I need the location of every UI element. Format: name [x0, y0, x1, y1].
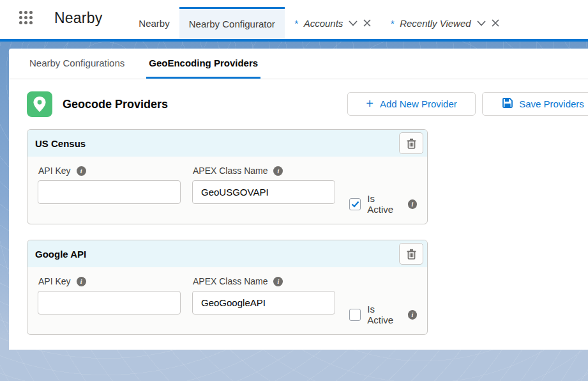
is-active-label: Is Active [367, 304, 401, 325]
api-key-label: API Key [38, 166, 71, 176]
subtab-nearby-configurations[interactable]: Nearby Configurations [27, 49, 127, 79]
provider-card-us-census: US Census API Key i [27, 129, 428, 224]
is-active-group: Is Active i [349, 304, 417, 325]
info-icon[interactable]: i [408, 199, 417, 209]
configurator-subtabs: Nearby Configurations GeoEncoding Provid… [9, 49, 588, 79]
app-title: Nearby [54, 10, 102, 39]
subtab-geoencoding-providers[interactable]: GeoEncoding Providers [146, 49, 260, 79]
close-icon[interactable] [363, 19, 371, 27]
tab-nearby-configurator[interactable]: Nearby Configurator [179, 7, 285, 39]
provider-header: Google API [27, 240, 427, 267]
chevron-down-icon[interactable] [349, 20, 358, 26]
header-buttons: + Add New Provider Save Providers [347, 92, 588, 116]
button-label: Add New Provider [380, 98, 457, 109]
app-launcher-icon[interactable] [19, 11, 37, 28]
info-icon[interactable]: i [408, 310, 417, 320]
is-active-group: Is Active i [349, 193, 417, 215]
section-title-wrap: Geocode Providers [27, 91, 168, 117]
unsaved-indicator: * [294, 18, 298, 29]
close-icon[interactable] [492, 19, 499, 27]
global-header: Nearby Nearby Nearby Configurator * Acco… [0, 0, 588, 39]
apex-class-label: APEX Class Name [193, 276, 268, 286]
section-title: Geocode Providers [63, 98, 168, 111]
tab-recently-viewed[interactable]: * Recently Viewed [381, 7, 508, 39]
page-background: Nearby Configurations GeoEncoding Provid… [0, 42, 588, 381]
tab-accounts[interactable]: * Accounts [285, 7, 381, 39]
trash-icon [407, 138, 416, 149]
provider-body: API Key i APEX Class Name i [27, 157, 427, 224]
api-key-input[interactable] [38, 291, 181, 315]
save-providers-button[interactable]: Save Providers [482, 92, 588, 116]
apex-class-field-group: APEX Class Name i [192, 163, 335, 204]
info-icon[interactable]: i [273, 166, 283, 176]
tab-label: Recently Viewed [400, 18, 471, 29]
api-key-input[interactable] [38, 180, 181, 204]
add-new-provider-button[interactable]: + Add New Provider [347, 92, 476, 116]
delete-provider-button[interactable] [399, 132, 423, 154]
button-label: Save Providers [519, 98, 584, 109]
apex-class-field-group: APEX Class Name i [192, 274, 335, 315]
subtab-label: Nearby Configurations [29, 58, 124, 68]
info-icon[interactable]: i [77, 277, 86, 286]
check-icon [351, 201, 359, 208]
provider-title: US Census [35, 138, 86, 149]
map-marker-icon [27, 91, 52, 117]
subtab-label: GeoEncoding Providers [149, 58, 258, 68]
tab-label: Accounts [304, 18, 343, 29]
api-key-label: API Key [38, 276, 71, 286]
trash-icon [407, 249, 416, 260]
tab-label: Nearby Configurator [189, 19, 275, 29]
provider-title: Google API [35, 249, 86, 260]
is-active-label: Is Active [367, 193, 401, 215]
tab-nearby[interactable]: Nearby [129, 7, 179, 39]
unsaved-indicator: * [390, 18, 394, 29]
plus-icon: + [366, 97, 373, 110]
tab-label: Nearby [139, 18, 169, 29]
main-tabbar: Nearby Nearby Configurator * Accounts * … [129, 0, 508, 39]
info-icon[interactable]: i [273, 277, 283, 286]
is-active-checkbox[interactable] [349, 309, 361, 321]
apex-class-label: APEX Class Name [193, 166, 268, 176]
api-key-field-group: API Key i [38, 163, 181, 204]
provider-header: US Census [27, 130, 427, 157]
provider-card-google-api: Google API API Key i [27, 240, 428, 335]
apex-class-input[interactable] [192, 291, 335, 315]
configurator-panel: Nearby Configurations GeoEncoding Provid… [9, 49, 588, 350]
is-active-checkbox[interactable] [349, 198, 361, 210]
apex-class-input[interactable] [192, 180, 335, 204]
provider-body: API Key i APEX Class Name i [27, 267, 427, 334]
chevron-down-icon[interactable] [477, 20, 486, 26]
info-icon[interactable]: i [77, 166, 86, 176]
section-header: Geocode Providers + Add New Provider [9, 79, 588, 128]
api-key-field-group: API Key i [38, 274, 181, 315]
delete-provider-button[interactable] [399, 243, 423, 265]
save-icon [502, 98, 513, 110]
